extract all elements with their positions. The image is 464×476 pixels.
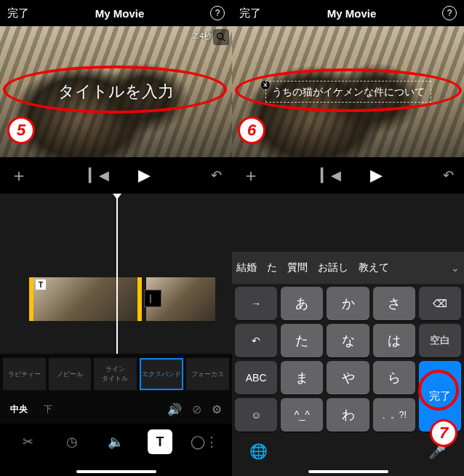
home-indicator[interactable] [76,470,156,473]
key-reverse[interactable]: ↶ [235,324,277,357]
key-kaomoji[interactable]: ^_^ [281,398,323,432]
key-ka[interactable]: か [327,287,369,320]
screen-right: 完了 My Movie ? ✕ うちの猫がイケメンな件について ＋ ▎◀ ▶ ↶… [232,0,464,476]
align-center[interactable]: 中央 [10,403,28,416]
title-styles: ラビティー ノビール ライン タイトル エクスパンド フォーカス [0,354,232,394]
home-indicator[interactable] [308,470,388,473]
play-button[interactable]: ▶ [138,166,151,185]
zoom-icon[interactable] [213,29,229,45]
key-punct[interactable]: 、。?! [373,398,415,432]
suggestion[interactable]: 結婚 [236,261,257,274]
video-preview[interactable]: ✕ うちの猫がイケメンな件について [232,26,464,157]
done-button[interactable]: 完了 [239,7,261,20]
key-abc[interactable]: ABC [235,361,277,394]
prev-button[interactable]: ▎◀ [321,167,341,183]
chevron-down-icon[interactable]: ⌄ [451,262,460,274]
style-expand[interactable]: エクスパンド [140,358,184,390]
project-title: My Movie [95,7,145,20]
globe-icon[interactable]: 🌐 [249,443,268,460]
top-bar: 完了 My Movie ? [232,0,464,26]
cut-tool[interactable]: ✂ [15,429,40,454]
help-button[interactable]: ? [442,6,457,20]
tool-tabs: ✂ ◷ 🔈 T ◯⋮ [0,424,232,460]
keyboard: → あ か さ ⌫ ↶ た な は 空白 ABC ま や ら 完了 ☺ ^_^ … [232,284,464,476]
suggestion[interactable]: お話し [318,261,348,274]
style-reveal[interactable]: ノビール [49,358,92,390]
key-ya[interactable]: や [327,361,369,394]
style-line[interactable]: ライン タイトル [94,358,137,390]
project-title: My Movie [327,7,377,20]
filter-tool[interactable]: ◯⋮ [192,429,217,454]
key-ra[interactable]: ら [373,361,415,394]
volume-icon[interactable]: 🔊 [167,402,182,416]
top-bar: 完了 My Movie ? [0,0,232,26]
key-ma[interactable]: ま [281,361,323,394]
key-emoji[interactable]: ☺ [235,398,277,432]
timeline[interactable]: ▎ [0,194,232,354]
transition-icon[interactable]: ▎ [144,290,161,307]
title-tool[interactable]: T [148,429,172,454]
step-badge-7: 7 [430,419,457,447]
step-badge-5: 5 [7,116,35,144]
undo-button[interactable]: ↶ [443,167,454,183]
add-button[interactable]: ＋ [10,164,28,187]
align-bottom[interactable]: 下 [44,403,52,416]
title-input[interactable]: うちの猫がイケメンな件について [265,81,431,103]
clip-selected[interactable] [29,277,142,321]
step-badge-6: 6 [238,116,265,144]
key-backspace[interactable]: ⌫ [419,287,461,320]
play-button[interactable]: ▶ [370,166,383,185]
prev-button[interactable]: ▎◀ [89,167,109,183]
key-sa[interactable]: さ [373,287,415,320]
style-focus[interactable]: フォーカス [186,358,229,390]
key-space[interactable]: 空白 [419,324,461,357]
mute-icon[interactable]: ⊘ [192,402,201,416]
suggestion[interactable]: 教えて [359,261,389,274]
style-gravity[interactable]: ラビティー [3,358,46,390]
clip-duration: 2.4秒 [193,31,212,41]
transport-bar: ＋ ▎◀ ▶ ↶ [232,157,464,194]
screen-left: 完了 My Movie ? 2.4秒 タイトルを入力 ＋ ▎◀ ▶ ↶ ▎ ラビ… [0,0,232,476]
key-arrow[interactable]: → [235,287,277,320]
key-ha[interactable]: は [373,324,415,357]
video-preview[interactable]: 2.4秒 タイトルを入力 [0,26,232,157]
timeline-collapsed[interactable] [232,194,464,252]
settings-icon[interactable]: ⚙ [212,402,222,416]
suggestion[interactable]: 質問 [287,261,308,274]
transport-bar: ＋ ▎◀ ▶ ↶ [0,157,232,194]
speed-tool[interactable]: ◷ [60,429,84,454]
key-wa[interactable]: わ [327,398,369,432]
playhead[interactable] [116,194,118,354]
done-button[interactable]: 完了 [7,7,29,20]
help-button[interactable]: ? [210,6,225,20]
svg-point-0 [217,33,223,39]
key-na[interactable]: な [327,324,369,357]
title-options: 中央 下 🔊 ⊘ ⚙ [0,394,232,424]
suggestion-bar: 結婚 た 質問 お話し 教えて ⌄ [232,252,464,284]
key-a[interactable]: あ [281,287,323,320]
title-placeholder[interactable]: タイトルを入力 [58,81,174,103]
add-button[interactable]: ＋ [242,164,260,187]
suggestion[interactable]: た [267,261,277,274]
undo-button[interactable]: ↶ [211,167,222,183]
audio-tool[interactable]: 🔈 [103,429,128,454]
key-ta[interactable]: た [281,324,323,357]
